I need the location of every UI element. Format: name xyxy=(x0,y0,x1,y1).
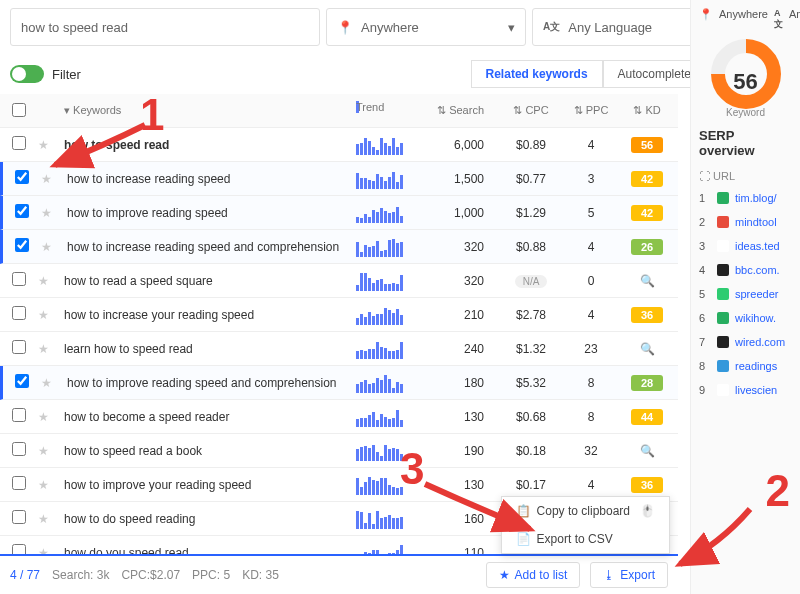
serp-url: mindtool xyxy=(735,216,777,228)
select-all-checkbox[interactable] xyxy=(12,103,26,117)
table-row[interactable]: ★how to increase reading speed1,500$0.77… xyxy=(0,162,678,196)
row-checkbox[interactable] xyxy=(12,442,26,456)
serp-url: bbc.com. xyxy=(735,264,780,276)
row-checkbox[interactable] xyxy=(15,238,29,252)
cpc-value: $0.77 xyxy=(496,172,566,186)
star-icon: ★ xyxy=(499,568,510,582)
trend-sparkline xyxy=(356,135,426,155)
cpc-value: $0.17 xyxy=(496,478,566,492)
footer-bar: 4 / 77 Search: 3k CPC:$2.07 PPC: 5 KD: 3… xyxy=(0,554,678,594)
serp-result[interactable]: 2mindtool xyxy=(699,210,792,234)
serp-url: spreeder xyxy=(735,288,778,300)
cpc-value: $0.18 xyxy=(496,444,566,458)
export-button[interactable]: ⭳ Export xyxy=(590,562,668,588)
search-volume: 180 xyxy=(426,376,496,390)
row-checkbox[interactable] xyxy=(15,170,29,184)
filter-toggle[interactable] xyxy=(10,65,44,83)
keyword-cell: how to do speed reading xyxy=(62,512,356,526)
cpc-value: $0.89 xyxy=(496,138,566,152)
serp-overview-title: SERP overview xyxy=(699,128,792,158)
row-checkbox[interactable] xyxy=(15,374,29,388)
serp-result[interactable]: 1tim.blog/ xyxy=(699,186,792,210)
serp-result[interactable]: 7wired.com xyxy=(699,330,792,354)
keyword-input[interactable]: how to speed read xyxy=(10,8,320,46)
trend-sparkline xyxy=(356,407,426,427)
trend-sparkline xyxy=(356,475,426,495)
search-volume: 6,000 xyxy=(426,138,496,152)
side-panel: 📍Anywhere A文An 56 HA Keyword SERP overvi… xyxy=(690,0,800,594)
keyword-cell: learn how to speed read xyxy=(62,342,356,356)
serp-url: wired.com xyxy=(735,336,785,348)
table-row[interactable]: ★how to speed read a book190$0.1832🔍 xyxy=(0,434,678,468)
keyword-cell: how to increase reading speed xyxy=(65,172,356,186)
serp-result[interactable]: 9livescien xyxy=(699,378,792,402)
ppc-value: 5 xyxy=(566,206,616,220)
star-icon[interactable]: ★ xyxy=(38,138,62,152)
row-checkbox[interactable] xyxy=(15,204,29,218)
ppc-value: 32 xyxy=(566,444,616,458)
search-volume: 240 xyxy=(426,342,496,356)
star-icon[interactable]: ★ xyxy=(38,308,62,322)
export-csv-item[interactable]: 📄 Export to CSV xyxy=(502,525,669,553)
favicon xyxy=(717,288,729,300)
table-row[interactable]: ★how to speed read6,000$0.89456 xyxy=(0,128,678,162)
clipboard-icon: 📋 xyxy=(516,504,531,518)
kd-badge: 36 xyxy=(631,477,663,493)
star-icon[interactable]: ★ xyxy=(38,410,62,424)
difficulty-score: 56 xyxy=(699,69,792,95)
row-checkbox[interactable] xyxy=(12,306,26,320)
search-volume: 210 xyxy=(426,308,496,322)
pin-icon: 📍 xyxy=(699,8,713,31)
magnifier-icon[interactable]: 🔍 xyxy=(640,342,655,356)
keyword-cell: how to increase reading speed and compre… xyxy=(65,240,356,254)
table-row[interactable]: ★how to improve reading speed and compre… xyxy=(0,366,678,400)
search-volume: 1,000 xyxy=(426,206,496,220)
star-icon[interactable]: ★ xyxy=(41,240,65,254)
magnifier-icon[interactable]: 🔍 xyxy=(640,444,655,458)
star-icon[interactable]: ★ xyxy=(38,478,62,492)
file-icon: 📄 xyxy=(516,532,531,546)
keyword-cell: how to increase your reading speed xyxy=(62,308,356,322)
ppc-value: 4 xyxy=(566,308,616,322)
row-checkbox[interactable] xyxy=(12,340,26,354)
add-to-list-button[interactable]: ★ Add to list xyxy=(486,562,581,588)
table-row[interactable]: ★how to improve reading speed1,000$1.295… xyxy=(0,196,678,230)
star-icon[interactable]: ★ xyxy=(38,444,62,458)
trend-sparkline xyxy=(356,339,426,359)
serp-result[interactable]: 8readings xyxy=(699,354,792,378)
ppc-value: 4 xyxy=(566,478,616,492)
ppc-value: 23 xyxy=(566,342,616,356)
copy-to-clipboard-item[interactable]: 📋 Copy to clipboard 🖱️ xyxy=(502,497,669,525)
tab-related-keywords[interactable]: Related keywords xyxy=(471,60,603,88)
selection-count: 4 / 77 xyxy=(10,568,40,582)
serp-result[interactable]: 5spreeder xyxy=(699,282,792,306)
search-volume: 320 xyxy=(426,274,496,288)
table-row[interactable]: ★how to become a speed reader130$0.68844 xyxy=(0,400,678,434)
serp-result[interactable]: 3ideas.ted xyxy=(699,234,792,258)
kd-badge: 28 xyxy=(631,375,663,391)
magnifier-icon[interactable]: 🔍 xyxy=(640,274,655,288)
download-icon: ⭳ xyxy=(603,568,615,582)
row-checkbox[interactable] xyxy=(12,408,26,422)
star-icon[interactable]: ★ xyxy=(38,512,62,526)
favicon xyxy=(717,264,729,276)
trend-sparkline xyxy=(356,237,426,257)
row-checkbox[interactable] xyxy=(12,136,26,150)
location-select[interactable]: 📍 Anywhere ▾ xyxy=(326,8,526,46)
row-checkbox[interactable] xyxy=(12,476,26,490)
table-row[interactable]: ★how to increase your reading speed210$2… xyxy=(0,298,678,332)
star-icon[interactable]: ★ xyxy=(41,172,65,186)
cpc-value: $5.32 xyxy=(496,376,566,390)
star-icon[interactable]: ★ xyxy=(38,342,62,356)
row-checkbox[interactable] xyxy=(12,272,26,286)
serp-result[interactable]: 4bbc.com. xyxy=(699,258,792,282)
star-icon[interactable]: ★ xyxy=(41,206,65,220)
row-checkbox[interactable] xyxy=(12,510,26,524)
table-row[interactable]: ★how to increase reading speed and compr… xyxy=(0,230,678,264)
star-icon[interactable]: ★ xyxy=(41,376,65,390)
table-row[interactable]: ★how to read a speed square320N/A0🔍 xyxy=(0,264,678,298)
serp-result[interactable]: 6wikihow. xyxy=(699,306,792,330)
table-row[interactable]: ★learn how to speed read240$1.3223🔍 xyxy=(0,332,678,366)
star-icon[interactable]: ★ xyxy=(38,274,62,288)
ppc-value: 4 xyxy=(566,138,616,152)
